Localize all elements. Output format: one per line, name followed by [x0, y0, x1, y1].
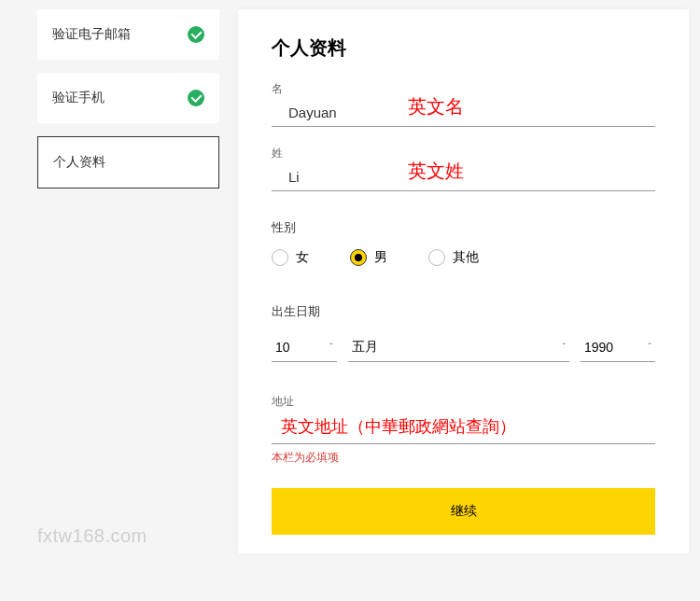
address-field: 地址 英文地址（中華郵政網站查詢） 本栏为必填项 — [272, 394, 655, 466]
last-name-label: 姓 — [272, 146, 655, 161]
last-name-field: 姓 英文姓 — [272, 146, 655, 191]
radio-label: 其他 — [453, 249, 479, 266]
check-icon — [188, 26, 204, 43]
page-title: 个人资料 — [272, 35, 655, 61]
form-panel: 个人资料 名 英文名 姓 英文姓 性别 女 男 其他 — [238, 9, 689, 553]
chevron-down-icon: ˇ — [562, 342, 566, 353]
address-error: 本栏为必填项 — [272, 450, 655, 466]
dob-month-value: 五月 — [352, 339, 378, 356]
dob-label: 出生日期 — [272, 303, 655, 320]
radio-label: 女 — [296, 249, 309, 266]
first-name-field: 名 英文名 — [272, 81, 655, 127]
continue-button[interactable]: 继续 — [272, 488, 655, 535]
step-personal-info[interactable]: 个人资料 — [37, 136, 219, 189]
radio-icon — [350, 249, 367, 266]
gender-radio-group: 女 男 其他 — [272, 249, 655, 266]
radio-icon — [428, 249, 445, 266]
step-label: 验证手机 — [52, 90, 105, 106]
gender-male[interactable]: 男 — [350, 249, 387, 266]
dob-month-select[interactable]: 五月 ˇ — [348, 333, 569, 362]
address-input[interactable]: 英文地址（中華郵政網站查詢） — [272, 410, 655, 444]
gender-other[interactable]: 其他 — [428, 249, 479, 266]
radio-label: 男 — [374, 249, 387, 266]
dob-day-select[interactable]: 10 ˇ — [272, 333, 337, 362]
check-icon — [188, 90, 204, 106]
dob-year-select[interactable]: 1990 ˇ — [581, 333, 655, 362]
dob-row: 10 ˇ 五月 ˇ 1990 ˇ — [272, 333, 655, 362]
radio-icon — [272, 249, 288, 266]
first-name-input[interactable] — [272, 99, 655, 127]
step-label: 个人资料 — [53, 154, 105, 171]
address-label: 地址 — [272, 394, 655, 410]
step-sidebar: 验证电子邮箱 验证手机 个人资料 — [37, 9, 219, 553]
gender-label: 性别 — [272, 219, 655, 236]
dob-year-value: 1990 — [584, 340, 613, 355]
step-verify-email[interactable]: 验证电子邮箱 — [37, 9, 219, 60]
step-label: 验证电子邮箱 — [52, 26, 131, 43]
dob-day-value: 10 — [275, 340, 290, 355]
chevron-down-icon: ˇ — [329, 342, 333, 353]
address-annotation: 英文地址（中華郵政網站查詢） — [281, 417, 516, 436]
step-verify-phone[interactable]: 验证手机 — [37, 73, 219, 123]
gender-female[interactable]: 女 — [272, 249, 309, 266]
first-name-label: 名 — [272, 81, 655, 97]
chevron-down-icon: ˇ — [648, 342, 651, 353]
last-name-input[interactable] — [272, 163, 655, 191]
